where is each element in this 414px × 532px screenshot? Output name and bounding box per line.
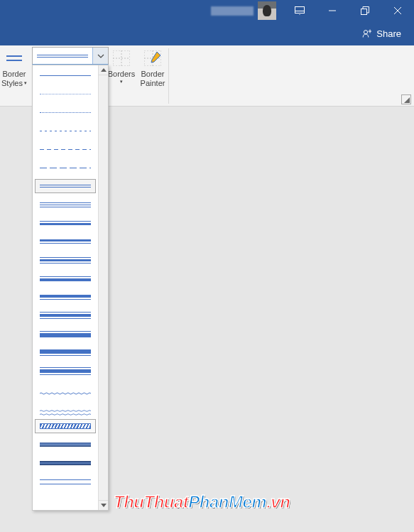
line-style-option-thick-thin-lg[interactable] [35,345,96,359]
line-style-option-double-thin[interactable] [35,179,96,193]
share-button[interactable]: Share [362,28,401,39]
line-style-option-dashed-fine[interactable] [35,124,96,138]
share-icon [362,28,372,38]
line-style-option-thin-thick-thin-md[interactable] [35,308,96,322]
line-style-option-thin-thick-md[interactable] [35,271,96,286]
line-style-option-triple-thin[interactable] [35,197,96,212]
line-style-option-single-thin[interactable] [35,68,96,82]
watermark-part3: .vn [266,492,290,511]
line-style-option-thick-thin-md[interactable] [35,290,96,304]
caret-down-icon: ▾ [24,80,27,86]
line-style-option-engrave[interactable] [35,456,96,470]
line-style-option-thin-thick-thin-lg[interactable] [35,364,96,378]
gallery-scrollbar[interactable] [98,65,108,510]
line-style-option-diag-stripe[interactable] [35,419,96,433]
border-styles-icon [5,50,23,67]
watermark-logo: ThuThuatPhanMem.vn [114,492,290,512]
line-style-option-dotted[interactable] [35,105,96,119]
border-styles-label-1: Border [2,70,26,79]
line-style-combo[interactable] [32,47,109,65]
line-style-option-dotted-fine[interactable] [35,87,96,101]
line-style-option-outset[interactable] [35,474,96,489]
svg-rect-0 [295,7,305,13]
scroll-down-button[interactable] [99,500,108,510]
line-style-option-wave-double[interactable] [35,401,96,415]
scroll-up-button[interactable] [99,65,108,75]
share-label: Share [376,28,401,39]
border-painter-label-1: Border [141,70,164,79]
chevron-down-icon [97,54,104,58]
caret-down-icon: ▾ [120,79,123,85]
maximize-restore-button[interactable] [349,0,381,21]
line-style-preview [33,48,92,64]
close-button[interactable] [381,0,414,21]
borders-icon [112,50,131,67]
line-style-option-long-dash[interactable] [35,161,96,175]
watermark-part1: ThuThuat [114,492,188,511]
border-styles-label-2: Styles [1,79,23,88]
border-painter-label-2: Painter [141,79,165,88]
line-style-option-thin-thick-thin-sm[interactable] [35,253,96,267]
ribbon-separator [168,48,169,104]
line-style-option-thin-thick[interactable] [35,216,96,230]
border-painter-icon [143,50,162,67]
border-painter-button[interactable]: Border Painter [137,45,168,87]
line-style-gallery [32,65,109,511]
line-style-option-thin-thick-lg[interactable] [35,327,96,341]
user-name-redacted [211,6,254,16]
borders-label: Borders [108,70,136,79]
user-avatar [258,1,276,20]
ribbon-display-options-button[interactable] [283,0,316,21]
line-style-option-wave-single[interactable] [35,382,96,396]
line-style-option-emboss[interactable] [35,438,96,452]
borders-button[interactable]: Borders ▾ [106,45,137,85]
minimize-button[interactable] [316,0,349,21]
user-account[interactable] [211,1,276,20]
border-styles-button[interactable]: Border Styles ▾ [0,45,28,87]
dialog-launcher-button[interactable] [401,94,411,104]
line-style-dropdown-button[interactable] [92,48,108,64]
svg-point-2 [364,31,368,34]
svg-rect-1 [361,9,367,15]
line-style-option-thick-thin[interactable] [35,234,96,249]
line-style-option-dashed[interactable] [35,142,96,156]
watermark-part2: PhanMem [188,492,266,511]
